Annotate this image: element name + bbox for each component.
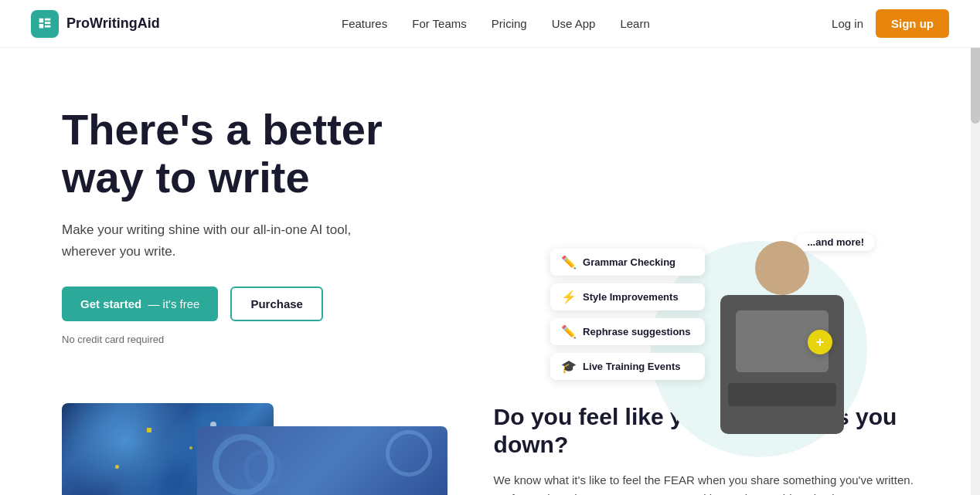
navbar: ProWritingAid Features For Teams Pricing… <box>0 0 980 48</box>
get-started-button[interactable]: Get started — it's free <box>62 286 218 321</box>
second-left: My idea in my head <box>62 403 447 495</box>
feature-card-training: 🎓 Live Training Events <box>550 353 705 380</box>
blue-overlay-image <box>197 426 447 495</box>
hero-title: There's a better way to write <box>62 106 490 201</box>
signup-button[interactable]: Sign up <box>876 9 949 38</box>
scrollbar-track <box>971 0 980 495</box>
hero-left: There's a better way to write Make your … <box>62 106 490 345</box>
nav-pricing[interactable]: Pricing <box>492 17 527 30</box>
grammar-icon: ✏️ <box>561 255 577 270</box>
image-stack: My idea in my head <box>62 403 447 495</box>
second-body: We know what it's like to feel the FEAR … <box>494 471 922 495</box>
hero-right: ...and more! + <box>507 94 918 357</box>
logo-text: ProWritingAid <box>66 15 160 32</box>
hero-subtitle: Make your writing shine with our all-in-… <box>62 219 402 261</box>
hero-section: There's a better way to write Make your … <box>0 48 980 388</box>
nav-use-app[interactable]: Use App <box>552 17 596 30</box>
training-icon: 🎓 <box>561 359 577 374</box>
nav-learn[interactable]: Learn <box>620 17 649 30</box>
feature-card-grammar: ✏️ Grammar Checking <box>550 249 705 276</box>
hero-buttons: Get started — it's free Purchase <box>62 286 490 321</box>
no-credit-text: No credit card required <box>62 334 490 345</box>
feature-cards: ✏️ Grammar Checking ⚡ Style Improvements… <box>550 249 705 380</box>
rephrase-icon: ✏️ <box>561 324 577 339</box>
nav-actions: Log in Sign up <box>832 9 949 38</box>
logo-link[interactable]: ProWritingAid <box>31 10 160 38</box>
feature-card-rephrase: ✏️ Rephrase suggestions <box>550 318 705 345</box>
login-link[interactable]: Log in <box>832 17 863 30</box>
nav-features[interactable]: Features <box>342 17 387 30</box>
logo-icon <box>31 10 59 38</box>
nav-for-teams[interactable]: For Teams <box>412 17 467 30</box>
logo-svg <box>36 15 53 32</box>
plus-badge: + <box>808 330 832 354</box>
feature-card-style: ⚡ Style Improvements <box>550 283 705 310</box>
style-icon: ⚡ <box>561 290 577 304</box>
purchase-button[interactable]: Purchase <box>230 286 323 321</box>
nav-links: Features For Teams Pricing Use App Learn <box>342 17 650 30</box>
